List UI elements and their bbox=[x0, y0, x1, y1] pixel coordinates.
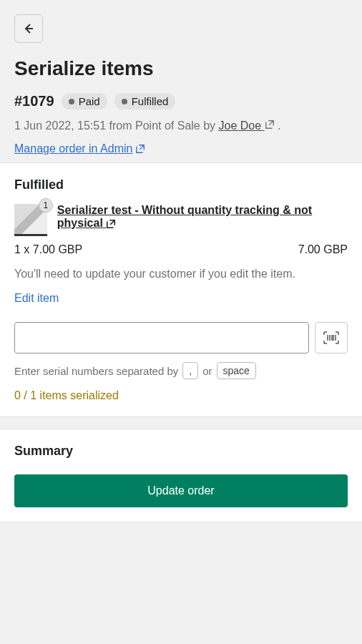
summary-card: Summary Update order bbox=[0, 429, 362, 522]
status-dot-icon bbox=[69, 99, 74, 104]
status-dot-icon bbox=[122, 99, 127, 104]
page-title: Serialize items bbox=[14, 57, 348, 80]
item-qty-price: 1 x 7.00 GBP bbox=[14, 243, 82, 256]
edit-item-link[interactable]: Edit item bbox=[14, 292, 59, 305]
hint-or: or bbox=[202, 365, 212, 377]
scan-barcode-button[interactable] bbox=[315, 322, 348, 353]
fulfilled-title: Fulfilled bbox=[14, 177, 348, 192]
order-number: #1079 bbox=[14, 93, 54, 109]
fulfilled-badge: Fulfilled bbox=[114, 93, 176, 109]
barcode-icon bbox=[323, 331, 339, 344]
author-link[interactable]: Joe Doe bbox=[219, 119, 275, 132]
arrow-left-icon bbox=[21, 21, 36, 36]
manage-order-link[interactable]: Manage order in Admin bbox=[14, 142, 145, 155]
summary-title: Summary bbox=[14, 444, 348, 459]
back-button[interactable] bbox=[14, 14, 43, 43]
meta-prefix: 1 Jun 2022, 15:51 from Point of Sale by bbox=[14, 119, 219, 132]
paid-badge-label: Paid bbox=[79, 95, 100, 107]
external-link-icon bbox=[135, 144, 145, 154]
manage-order-label: Manage order in Admin bbox=[14, 142, 132, 155]
order-meta: 1 Jun 2022, 15:51 from Point of Sale by … bbox=[14, 119, 348, 132]
external-link-icon bbox=[106, 219, 116, 229]
item-thumbnail: 1 bbox=[14, 204, 47, 236]
fulfilled-card: Fulfilled 1 Serializer test - Without qu… bbox=[0, 162, 362, 417]
external-link-icon bbox=[265, 119, 275, 130]
serialized-status: 0 / 1 items serialized bbox=[14, 389, 348, 402]
serial-hint: Enter serial numbers separated by , or s… bbox=[14, 362, 348, 379]
item-name-link[interactable]: Serializer test - Without quantity track… bbox=[57, 204, 312, 229]
comma-key: , bbox=[182, 362, 198, 379]
space-key: space bbox=[217, 362, 256, 379]
hint-prefix: Enter serial numbers separated by bbox=[14, 365, 178, 377]
serial-input[interactable] bbox=[14, 322, 309, 353]
paid-badge: Paid bbox=[62, 93, 107, 109]
fulfilled-badge-label: Fulfilled bbox=[132, 95, 169, 107]
update-order-button[interactable]: Update order bbox=[14, 474, 348, 507]
item-qty-badge: 1 bbox=[39, 198, 53, 213]
item-total: 7.00 GBP bbox=[298, 243, 348, 256]
edit-warning: You'll need to update your customer if y… bbox=[14, 268, 348, 280]
meta-suffix: . bbox=[275, 119, 281, 132]
